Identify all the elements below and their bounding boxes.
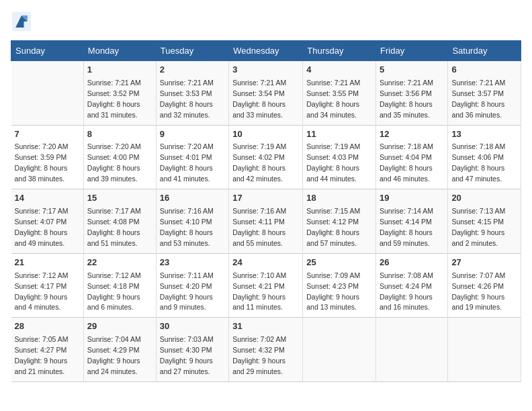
day-info: Sunrise: 7:20 AMSunset: 3:59 PMDaylight:… (15, 142, 69, 183)
header-day-sunday: Sunday (11, 41, 84, 61)
day-cell: 25Sunrise: 7:09 AMSunset: 4:23 PMDayligh… (303, 253, 376, 318)
day-number: 12 (380, 128, 444, 141)
day-number: 31 (232, 320, 299, 333)
day-cell: 26Sunrise: 7:08 AMSunset: 4:24 PMDayligh… (376, 253, 448, 318)
day-number: 11 (306, 128, 372, 141)
day-cell: 1Sunrise: 7:21 AMSunset: 3:52 PMDaylight… (83, 61, 156, 126)
day-cell: 20Sunrise: 7:13 AMSunset: 4:15 PMDayligh… (448, 189, 521, 254)
day-cell: 21Sunrise: 7:12 AMSunset: 4:17 PMDayligh… (11, 253, 84, 318)
day-info: Sunrise: 7:09 AMSunset: 4:23 PMDaylight:… (306, 271, 360, 312)
day-cell: 13Sunrise: 7:18 AMSunset: 4:06 PMDayligh… (448, 125, 521, 189)
day-number: 6 (451, 64, 517, 77)
day-cell: 28Sunrise: 7:05 AMSunset: 4:27 PMDayligh… (11, 318, 84, 382)
day-info: Sunrise: 7:16 AMSunset: 4:10 PMDaylight:… (160, 207, 214, 247)
day-info: Sunrise: 7:10 AMSunset: 4:21 PMDaylight:… (232, 271, 286, 312)
day-info: Sunrise: 7:13 AMSunset: 4:15 PMDaylight:… (451, 207, 505, 247)
day-cell: 27Sunrise: 7:07 AMSunset: 4:26 PMDayligh… (448, 253, 521, 318)
day-cell: 22Sunrise: 7:12 AMSunset: 4:18 PMDayligh… (83, 253, 156, 318)
day-cell (303, 318, 376, 382)
day-cell: 5Sunrise: 7:21 AMSunset: 3:56 PMDaylight… (376, 61, 448, 126)
day-number: 8 (87, 128, 152, 141)
day-number: 18 (306, 192, 372, 205)
day-cell (448, 318, 521, 382)
day-number: 26 (380, 257, 444, 269)
day-number: 3 (232, 64, 299, 77)
day-cell: 23Sunrise: 7:11 AMSunset: 4:20 PMDayligh… (156, 253, 228, 318)
day-cell: 29Sunrise: 7:04 AMSunset: 4:29 PMDayligh… (83, 318, 156, 382)
calendar-table: SundayMondayTuesdayWednesdayThursdayFrid… (11, 40, 521, 382)
day-info: Sunrise: 7:17 AMSunset: 4:07 PMDaylight:… (15, 207, 69, 247)
day-info: Sunrise: 7:18 AMSunset: 4:04 PMDaylight:… (380, 142, 433, 183)
day-info: Sunrise: 7:18 AMSunset: 4:06 PMDaylight:… (451, 142, 505, 183)
day-info: Sunrise: 7:19 AMSunset: 4:02 PMDaylight:… (232, 142, 286, 183)
day-info: Sunrise: 7:20 AMSunset: 4:01 PMDaylight:… (160, 142, 214, 183)
day-number: 20 (451, 192, 517, 205)
day-cell: 24Sunrise: 7:10 AMSunset: 4:21 PMDayligh… (229, 253, 303, 318)
day-info: Sunrise: 7:11 AMSunset: 4:20 PMDaylight:… (160, 271, 214, 312)
day-cell: 15Sunrise: 7:17 AMSunset: 4:08 PMDayligh… (83, 189, 156, 254)
day-info: Sunrise: 7:17 AMSunset: 4:08 PMDaylight:… (87, 207, 141, 247)
day-info: Sunrise: 7:12 AMSunset: 4:17 PMDaylight:… (15, 271, 69, 312)
header-row: SundayMondayTuesdayWednesdayThursdayFrid… (11, 41, 521, 61)
day-cell: 4Sunrise: 7:21 AMSunset: 3:55 PMDaylight… (303, 61, 376, 126)
day-number: 16 (160, 192, 225, 205)
day-info: Sunrise: 7:15 AMSunset: 4:12 PMDaylight:… (306, 207, 360, 247)
week-row-4: 21Sunrise: 7:12 AMSunset: 4:17 PMDayligh… (11, 253, 521, 318)
day-cell: 19Sunrise: 7:14 AMSunset: 4:14 PMDayligh… (376, 189, 448, 254)
day-cell: 18Sunrise: 7:15 AMSunset: 4:12 PMDayligh… (303, 189, 376, 254)
day-number: 23 (160, 257, 225, 269)
day-number: 30 (160, 320, 225, 333)
week-row-2: 7Sunrise: 7:20 AMSunset: 3:59 PMDaylight… (11, 125, 521, 189)
day-number: 22 (87, 257, 152, 269)
week-row-3: 14Sunrise: 7:17 AMSunset: 4:07 PMDayligh… (11, 189, 521, 254)
day-cell: 9Sunrise: 7:20 AMSunset: 4:01 PMDaylight… (156, 125, 228, 189)
day-info: Sunrise: 7:05 AMSunset: 4:27 PMDaylight:… (15, 335, 69, 375)
day-number: 15 (87, 192, 152, 205)
day-cell: 11Sunrise: 7:19 AMSunset: 4:03 PMDayligh… (303, 125, 376, 189)
day-number: 24 (232, 257, 299, 269)
day-number: 10 (232, 128, 299, 141)
header-day-saturday: Saturday (448, 41, 521, 61)
day-number: 17 (232, 192, 299, 205)
day-number: 1 (87, 64, 152, 77)
day-info: Sunrise: 7:21 AMSunset: 3:55 PMDaylight:… (306, 79, 360, 119)
day-info: Sunrise: 7:21 AMSunset: 3:56 PMDaylight:… (380, 79, 433, 119)
day-cell: 14Sunrise: 7:17 AMSunset: 4:07 PMDayligh… (11, 189, 84, 254)
week-row-1: 1Sunrise: 7:21 AMSunset: 3:52 PMDaylight… (11, 61, 521, 126)
day-cell: 16Sunrise: 7:16 AMSunset: 4:10 PMDayligh… (156, 189, 228, 254)
day-number: 13 (451, 128, 517, 141)
day-info: Sunrise: 7:21 AMSunset: 3:53 PMDaylight:… (160, 79, 214, 119)
day-info: Sunrise: 7:12 AMSunset: 4:18 PMDaylight:… (87, 271, 141, 312)
day-info: Sunrise: 7:21 AMSunset: 3:54 PMDaylight:… (232, 79, 286, 119)
day-info: Sunrise: 7:14 AMSunset: 4:14 PMDaylight:… (380, 207, 433, 247)
day-cell: 30Sunrise: 7:03 AMSunset: 4:30 PMDayligh… (156, 318, 228, 382)
day-info: Sunrise: 7:07 AMSunset: 4:26 PMDaylight:… (451, 271, 505, 312)
day-cell: 31Sunrise: 7:02 AMSunset: 4:32 PMDayligh… (229, 318, 303, 382)
week-row-5: 28Sunrise: 7:05 AMSunset: 4:27 PMDayligh… (11, 318, 521, 382)
page-header (11, 11, 521, 32)
day-cell: 8Sunrise: 7:20 AMSunset: 4:00 PMDaylight… (83, 125, 156, 189)
header-day-wednesday: Wednesday (229, 41, 303, 61)
day-cell (11, 61, 84, 126)
logo (11, 11, 36, 32)
day-cell: 6Sunrise: 7:21 AMSunset: 3:57 PMDaylight… (448, 61, 521, 126)
day-number: 19 (380, 192, 444, 205)
day-number: 9 (160, 128, 225, 141)
day-number: 5 (380, 64, 444, 77)
day-cell: 12Sunrise: 7:18 AMSunset: 4:04 PMDayligh… (376, 125, 448, 189)
day-number: 2 (160, 64, 225, 77)
logo-icon (11, 11, 32, 32)
header-day-monday: Monday (83, 41, 156, 61)
day-info: Sunrise: 7:08 AMSunset: 4:24 PMDaylight:… (380, 271, 433, 312)
day-info: Sunrise: 7:20 AMSunset: 4:00 PMDaylight:… (87, 142, 141, 183)
day-info: Sunrise: 7:16 AMSunset: 4:11 PMDaylight:… (232, 207, 286, 247)
header-day-thursday: Thursday (303, 41, 376, 61)
day-number: 7 (15, 128, 80, 141)
day-info: Sunrise: 7:19 AMSunset: 4:03 PMDaylight:… (306, 142, 360, 183)
day-info: Sunrise: 7:02 AMSunset: 4:32 PMDaylight:… (232, 335, 286, 375)
day-cell: 7Sunrise: 7:20 AMSunset: 3:59 PMDaylight… (11, 125, 84, 189)
day-number: 14 (15, 192, 80, 205)
day-number: 21 (15, 257, 80, 269)
day-info: Sunrise: 7:04 AMSunset: 4:29 PMDaylight:… (87, 335, 141, 375)
day-info: Sunrise: 7:21 AMSunset: 3:52 PMDaylight:… (87, 79, 141, 119)
